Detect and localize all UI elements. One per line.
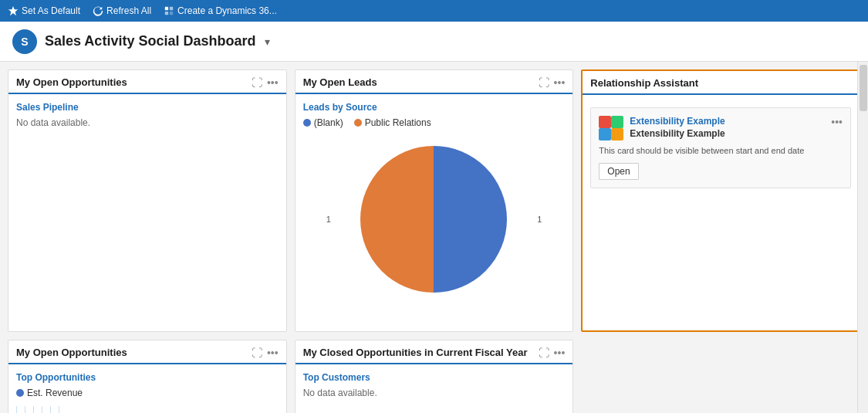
- open-opp-more-icon[interactable]: •••: [267, 77, 279, 88]
- closed-opp-expand-icon[interactable]: ⛶: [539, 347, 549, 358]
- pie-label-left: 1: [326, 215, 331, 224]
- open-opp2-more-icon[interactable]: •••: [267, 347, 279, 358]
- bar-line-4: [42, 406, 42, 413]
- relationship-assistant-card: Relationship Assistant: [581, 69, 860, 332]
- legend-pr: Public Relations: [354, 117, 431, 128]
- bar-line-6: [59, 406, 59, 413]
- open-opp-title: My Open Opportunities: [16, 76, 127, 88]
- open-opp2-title: My Open Opportunities: [16, 347, 127, 358]
- open-opportunities-card: My Open Opportunities ⛶ ••• Sales Pipeli…: [8, 69, 287, 332]
- open-opp-no-data: No data available.: [16, 117, 279, 128]
- open-leads-expand-icon[interactable]: ⛶: [539, 77, 549, 88]
- open-opp2-icons: ⛶ •••: [252, 347, 279, 358]
- ra-card-subtitle: Extensibility Example: [630, 128, 724, 139]
- title-chevron[interactable]: ▾: [265, 36, 270, 48]
- ra-card-item: Extensibility Example Extensibility Exam…: [590, 107, 851, 188]
- create-dynamics-btn[interactable]: Create a Dynamics 36...: [164, 5, 277, 16]
- open-opp2-expand-icon[interactable]: ⛶: [252, 347, 262, 358]
- open-opp2-header: My Open Opportunities ⛶ •••: [8, 340, 286, 364]
- svg-rect-1: [165, 7, 168, 10]
- legend-blank-dot: [303, 119, 311, 127]
- pie-label-right: 1: [537, 215, 542, 224]
- closed-opp-card: My Closed Opportunities in Current Fisca…: [295, 340, 574, 413]
- leads-by-source-label: Leads by Source: [303, 102, 566, 113]
- refresh-all-btn[interactable]: Refresh All: [93, 5, 151, 16]
- svg-rect-8: [611, 128, 623, 140]
- svg-rect-5: [599, 116, 611, 128]
- legend-blank: (Blank): [303, 117, 343, 128]
- extensibility-icon: [599, 116, 623, 140]
- closed-opp-no-data: No data available.: [303, 388, 566, 398]
- closed-opp-icons: ⛶ •••: [539, 347, 566, 358]
- pie-chart-container: 1 1: [303, 134, 566, 304]
- bar-chart-area: [16, 401, 279, 413]
- bar-line-2: [25, 406, 25, 413]
- top-opp-label: Top Opportunities: [16, 372, 279, 383]
- ra-card-text: Extensibility Example Extensibility Exam…: [630, 116, 724, 139]
- ra-header: Relationship Assistant: [583, 71, 859, 95]
- leads-legend: (Blank) Public Relations: [303, 117, 566, 128]
- svg-rect-7: [599, 128, 611, 140]
- ra-open-button[interactable]: Open: [599, 163, 638, 180]
- svg-rect-6: [611, 116, 623, 128]
- open-leads-icons: ⛶ •••: [539, 77, 566, 88]
- open-leads-body: Leads by Source (Blank) Public Relations…: [296, 94, 573, 331]
- ra-card-top: Extensibility Example Extensibility Exam…: [599, 116, 843, 140]
- bar-line-1: [16, 406, 17, 413]
- main-content: My Open Opportunities ⛶ ••• Sales Pipeli…: [0, 62, 868, 413]
- closed-opp-more-icon[interactable]: •••: [554, 347, 566, 358]
- open-opp-icons: ⛶ •••: [252, 77, 279, 88]
- ra-title: Relationship Assistant: [590, 77, 698, 89]
- ra-card-title-link[interactable]: Extensibility Example: [630, 116, 724, 127]
- ra-body: Extensibility Example Extensibility Exam…: [583, 95, 859, 330]
- avatar: S: [12, 29, 37, 54]
- top-customers-label: Top Customers: [303, 372, 566, 383]
- ra-card-desc: This card should be visible between star…: [599, 145, 843, 157]
- open-opp-expand-icon[interactable]: ⛶: [252, 77, 262, 88]
- ra-card-left: Extensibility Example Extensibility Exam…: [599, 116, 724, 140]
- svg-rect-3: [165, 12, 168, 15]
- open-opp-body: Sales Pipeline No data available.: [8, 94, 286, 331]
- page-wrapper: Set As Default Refresh All Create a Dyna…: [0, 0, 868, 413]
- closed-opp-header: My Closed Opportunities in Current Fisca…: [296, 340, 573, 364]
- scroll-thumb[interactable]: [860, 65, 867, 111]
- open-leads-more-icon[interactable]: •••: [554, 77, 566, 88]
- est-rev-legend: Est. Revenue: [16, 388, 279, 398]
- set-default-btn[interactable]: Set As Default: [8, 5, 80, 16]
- svg-rect-2: [170, 7, 173, 10]
- pie-chart: [356, 142, 511, 296]
- closed-opp-title: My Closed Opportunities in Current Fisca…: [303, 347, 528, 358]
- legend-pr-dot: [354, 119, 362, 127]
- open-leads-card: My Open Leads ⛶ ••• Leads by Source (Bla…: [295, 69, 574, 332]
- open-opp2-body: Top Opportunities Est. Revenue: [8, 364, 286, 413]
- scrollbar[interactable]: [857, 62, 868, 413]
- open-opp-header: My Open Opportunities ⛶ •••: [8, 70, 286, 94]
- ra-more-icon[interactable]: •••: [831, 116, 843, 128]
- est-rev-dot: [16, 389, 24, 397]
- bar-line-5: [50, 406, 51, 413]
- sales-pipeline-label: Sales Pipeline: [16, 102, 279, 113]
- top-bar: Set As Default Refresh All Create a Dyna…: [0, 0, 868, 22]
- svg-rect-4: [170, 12, 173, 15]
- page-title: Sales Activity Social Dashboard: [45, 33, 255, 49]
- svg-marker-0: [8, 6, 18, 15]
- bar-line-3: [33, 406, 34, 413]
- closed-opp-body: Top Customers No data available.: [296, 364, 573, 413]
- header-bar: S Sales Activity Social Dashboard ▾: [0, 22, 868, 62]
- open-leads-header: My Open Leads ⛶ •••: [296, 70, 573, 94]
- open-leads-title: My Open Leads: [303, 76, 377, 88]
- open-opp-bottom-card: My Open Opportunities ⛶ ••• Top Opportun…: [8, 340, 287, 413]
